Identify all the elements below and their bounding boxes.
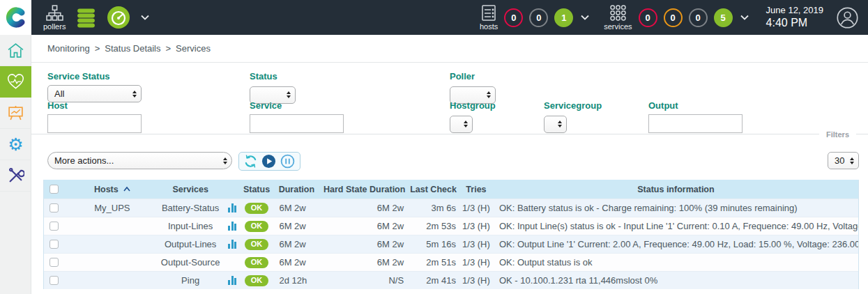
more-actions-select[interactable]: More actions... xyxy=(47,152,232,169)
sidebar-item-administration[interactable] xyxy=(0,160,31,192)
duration-cell: 6M 2w xyxy=(272,221,321,231)
hosts-up-count[interactable]: 1 xyxy=(554,8,573,27)
service-link[interactable]: Output-Source xyxy=(161,257,220,268)
centreon-logo[interactable] xyxy=(0,0,31,35)
breadcrumb-separator: > xyxy=(95,43,100,54)
services-menu[interactable]: services xyxy=(604,4,632,31)
current-time: 4:40 PM xyxy=(766,16,823,30)
last-check-cell: 2m 41s xyxy=(408,275,459,286)
row-checkbox[interactable] xyxy=(50,276,59,285)
sidebar-item-configuration[interactable]: ⚙ xyxy=(0,129,31,160)
row-checkbox[interactable] xyxy=(50,240,59,249)
select-all-checkbox[interactable] xyxy=(50,185,59,194)
per-page-value: 30 xyxy=(835,155,844,166)
select-spinner-icon xyxy=(287,91,291,98)
col-hard-state-duration[interactable]: Hard State Duration xyxy=(321,185,408,194)
service-label: Service xyxy=(250,100,344,111)
user-profile-icon[interactable] xyxy=(837,7,858,29)
table-row: Input-Lines OK 6M 2w 6M 2w 2m 53s 1/3 (H… xyxy=(44,217,858,235)
table-row: Output-Lines OK 6M 2w 6M 2w 5m 16s 1/3 (… xyxy=(44,235,858,253)
table-row: My_UPS Battery-Status OK 6M 2w 6M 2w 3m … xyxy=(44,199,858,217)
output-input[interactable] xyxy=(648,114,743,133)
select-spinner-icon xyxy=(558,121,562,127)
select-spinner-icon xyxy=(850,157,854,164)
sidebar-item-home[interactable] xyxy=(0,35,31,66)
breadcrumb-monitoring[interactable]: Monitoring xyxy=(47,43,90,54)
service-link[interactable]: Battery-Status xyxy=(162,203,219,213)
service-status-value: All xyxy=(54,88,64,99)
tries-cell: 1/3 (H) xyxy=(459,239,494,249)
host-label: Host xyxy=(47,100,142,111)
row-checkbox[interactable] xyxy=(50,222,59,231)
centreon-app: pollers xyxy=(0,0,868,294)
pollers-menu[interactable]: pollers xyxy=(43,4,66,31)
breadcrumb-services[interactable]: Services xyxy=(176,43,211,54)
pollers-chevron-down-icon[interactable] xyxy=(141,15,149,20)
hostgroup-select[interactable] xyxy=(450,116,473,133)
last-check-cell: 3m 6s xyxy=(408,203,459,213)
tries-cell: 1/3 (H) xyxy=(459,221,494,231)
tries-cell: 1/3 (H) xyxy=(459,203,494,213)
services-critical-count[interactable]: 0 xyxy=(639,8,657,27)
services-warning-count[interactable]: 0 xyxy=(664,8,683,27)
current-date: June 12, 2019 xyxy=(766,5,823,16)
hosts-chevron-down-icon[interactable] xyxy=(581,15,589,20)
services-chevron-down-icon[interactable] xyxy=(740,15,749,20)
status-badge: OK xyxy=(245,239,269,250)
service-link[interactable]: Output-Lines xyxy=(165,239,216,249)
sidebar-nav: ⚙ xyxy=(0,35,31,294)
refresh-icon[interactable] xyxy=(244,155,257,168)
breadcrumb-status-details[interactable]: Status Details xyxy=(105,43,160,54)
service-input[interactable] xyxy=(250,114,344,133)
service-link[interactable]: Input-Lines xyxy=(168,221,213,231)
row-checkbox[interactable] xyxy=(50,258,59,267)
select-spinner-icon xyxy=(464,121,468,127)
sidebar-item-monitoring[interactable] xyxy=(0,66,31,98)
host-input[interactable] xyxy=(47,114,142,133)
col-status-information[interactable]: Status information xyxy=(494,185,858,194)
services-table: Hosts Services Status Duration Hard Stat… xyxy=(43,180,859,289)
status-information-cell: OK - 10.100.1.231 rta 11,446mslost 0% xyxy=(494,275,858,286)
service-link[interactable]: Ping xyxy=(181,275,199,286)
hosts-down-count[interactable]: 0 xyxy=(504,8,523,27)
tries-cell: 1/3 (H) xyxy=(459,275,494,286)
breadcrumb: Monitoring > Status Details > Services xyxy=(31,35,868,63)
sidebar-item-reporting[interactable] xyxy=(0,98,31,129)
graph-icon[interactable] xyxy=(228,240,236,249)
table-header-row: Hosts Services Status Duration Hard Stat… xyxy=(44,180,858,199)
play-icon[interactable] xyxy=(261,154,276,169)
hosts-menu[interactable]: hosts xyxy=(480,5,498,31)
graph-icon[interactable] xyxy=(228,222,236,231)
row-checkbox[interactable] xyxy=(50,203,59,212)
col-last-check[interactable]: Last Check xyxy=(408,185,459,194)
services-label: services xyxy=(604,22,632,31)
hard-state-duration-cell: 6M 2w xyxy=(321,239,408,249)
actions-toolbar: More actions... xyxy=(31,134,868,180)
poller-database-status-icon[interactable] xyxy=(75,6,98,29)
tools-icon xyxy=(7,167,24,185)
poller-label: Poller xyxy=(450,71,496,82)
poller-latency-status-icon[interactable] xyxy=(107,6,130,29)
hard-state-duration-cell: 6M 2w xyxy=(321,221,408,231)
col-hosts[interactable]: Hosts xyxy=(67,185,158,194)
graph-icon[interactable] xyxy=(228,276,236,285)
duration-cell: 2d 12h xyxy=(272,275,321,286)
host-link[interactable]: My_UPS xyxy=(94,203,130,213)
col-duration[interactable]: Duration xyxy=(272,185,321,194)
pause-icon[interactable] xyxy=(280,154,295,169)
duration-cell: 6M 2w xyxy=(272,203,321,213)
col-tries[interactable]: Tries xyxy=(459,185,494,194)
services-unknown-count[interactable]: 0 xyxy=(689,8,708,27)
col-status[interactable]: Status xyxy=(241,185,273,194)
per-page-select[interactable]: 30 xyxy=(828,152,859,169)
graph-icon[interactable] xyxy=(228,203,236,212)
last-check-cell: 2m 51s xyxy=(408,257,459,268)
status-badge: OK xyxy=(245,221,269,232)
table-row: Ping OK 2d 12h N/S 2m 41s 1/3 (H) OK - 1… xyxy=(44,271,858,289)
services-ok-count[interactable]: 5 xyxy=(714,8,733,27)
col-services[interactable]: Services xyxy=(158,185,224,194)
servicegroup-select[interactable] xyxy=(544,116,567,133)
home-icon xyxy=(7,42,24,59)
hard-state-duration-cell: N/S xyxy=(321,275,408,286)
hosts-unreachable-count[interactable]: 0 xyxy=(529,8,548,27)
